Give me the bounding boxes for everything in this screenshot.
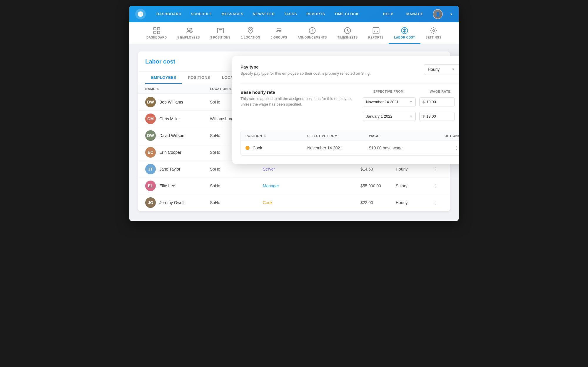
pay-type-section: Pay type Specify pay type for this emplo… [240,64,459,76]
main-content: Labor cost 🔍 ⋮ EMPLOYEES POSITIONS LOCAT… [129,44,459,221]
name-bob: Bob Williams [159,100,183,104]
employee-name-ellie: EL Ellie Lee [145,181,210,191]
icon-nav-dashboard-label: DASHBOARD [146,36,167,39]
avatar-david: DW [145,130,156,141]
icon-nav-positions-label: 3 POSITIONS [211,36,230,39]
svg-point-9 [250,29,251,31]
location-sort-icon[interactable]: ⇅ [229,87,232,91]
pos-sort-icon[interactable]: ⇅ [263,134,266,137]
dollar-sign-2: $ [422,114,425,119]
svg-point-10 [277,29,279,31]
paytype-jeremy: Hourly [396,200,431,205]
row-more-jane[interactable]: ⋮ [431,165,439,173]
panel-position-wage: $10.00 base wage [369,146,431,150]
pos-col-position: POSITION ⇅ [245,134,307,138]
nav-newsfeed[interactable]: NEWSFEED [248,6,279,22]
svg-rect-1 [157,28,160,30]
avatar-bob: BW [145,97,156,107]
pos-col-options: OPTIONS [431,134,459,138]
date-caret-2: ▼ [410,115,412,118]
icon-nav-groups[interactable]: 0 GROUPS [265,22,293,44]
icon-nav-location-label: 1 LOCATION [241,36,260,39]
wage-rate-label: WAGE RATE [430,90,459,93]
pos-col-wage: WAGE [369,134,431,138]
icon-nav-settings[interactable]: SETTINGS [420,22,447,44]
base-rate-title: Base hourly rate [240,90,363,95]
nav-timeclock[interactable]: TIME CLOCK [330,6,364,22]
wage-input-2[interactable]: $ 13.00 [419,112,455,121]
base-rate-info: Base hourly rate This rate is applied to… [240,90,363,107]
icon-nav-timesheets[interactable]: TIMESHEETS [332,22,363,44]
pay-type-title: Pay type [240,64,371,69]
icon-nav-dashboard[interactable]: DASHBOARD [141,22,172,44]
icon-nav-laborcost-label: LABOR COST [394,36,415,39]
icon-nav-positions[interactable]: 3 POSITIONS [205,22,236,44]
tab-employees[interactable]: EMPLOYEES [145,72,182,84]
date-select-2[interactable]: January 1 2022 ▼ [363,112,416,121]
nav-dashboard[interactable]: DASHBOARD [152,6,186,22]
name-david: David Willson [159,133,184,138]
tab-positions[interactable]: POSITIONS [182,72,216,84]
wage-input-1[interactable]: $ 10.00 [419,97,455,106]
svg-point-11 [279,29,281,31]
position-ellie: Manager [263,184,360,188]
employee-detail-panel: Pay type Specify pay type for this emplo… [232,56,459,164]
date-caret-1: ▼ [410,100,412,104]
icon-nav-reports[interactable]: REPORTS [363,22,389,44]
icon-nav-employees-label: 5 EMPLOYEES [178,36,200,39]
position-dot [245,146,250,150]
row-more-ellie[interactable]: ⋮ [431,182,439,190]
icon-nav-reports-label: REPORTS [368,36,384,39]
icon-nav-employees[interactable]: 5 EMPLOYEES [172,22,205,44]
nav-reports[interactable]: REPORTS [302,6,330,22]
wage-jane: $14.50 [360,167,396,171]
icon-navigation: DASHBOARD 5 EMPLOYEES 3 POSITIONS [129,22,459,44]
name-erin: Erin Cooper [159,150,181,155]
pay-type-description: Specify pay type for this employee so th… [240,71,371,76]
pay-type-top-row: Pay type Specify pay type for this emplo… [240,64,459,76]
nav-tasks[interactable]: TASKS [279,6,302,22]
wage-value-1: 10.00 [426,100,436,104]
rate-columns-area: EFFECTIVE FROM WAGE RATE November 14 202… [363,90,459,124]
icon-nav-announcements-label: ANNOUNCEMENTS [298,36,327,39]
user-avatar[interactable]: 👤 [433,9,443,19]
nav-manage[interactable]: MANAGE [403,6,427,22]
top-navigation: DASHBOARD SCHEDULE MESSAGES NEWSFEED TAS… [129,6,459,22]
svg-rect-6 [217,28,223,33]
icon-nav-laborcost[interactable]: LABOR COST [389,22,420,44]
date-select-1[interactable]: November 14 2021 ▼ [363,97,416,106]
nav-schedule[interactable]: SCHEDULE [186,6,217,22]
employee-name-chris: CM Chris Miller [145,114,210,124]
wage-ellie: $55,000.00 [360,184,396,188]
paytype-ellie: Salary [396,184,431,188]
pay-type-dropdown[interactable]: Hourly ▼ [424,64,459,74]
employee-name-jane: JT Jane Taylor [145,164,210,174]
nav-messages[interactable]: MESSAGES [217,6,248,22]
nav-right: HELP MANAGE 👤 ▼ [380,6,453,22]
icon-nav-location[interactable]: 1 LOCATION [236,22,265,44]
panel-position-table-header: POSITION ⇅ EFFECTIVE FROM WAGE OPTIONS [241,131,459,141]
location-ellie: SoHo [210,184,263,188]
avatar-image: 👤 [433,10,442,19]
wage-value-2: 13.00 [426,114,436,119]
panel-position-effective: November 14 2021 [307,146,369,150]
avatar-jeremy: JO [145,197,156,208]
svg-rect-2 [153,31,156,34]
pos-name-label: Cook [253,146,262,150]
svg-rect-0 [153,28,156,30]
dollar-sign-1: $ [422,100,425,104]
row-more-jeremy[interactable]: ⋮ [431,198,439,207]
pay-type-info: Pay type Specify pay type for this emplo… [240,64,371,76]
pay-type-value: Hourly [428,67,440,72]
panel-pos-more-button[interactable]: ⋮ [453,144,459,151]
svg-point-14 [312,32,312,32]
icon-nav-announcements[interactable]: ANNOUNCEMENTS [292,22,332,44]
name-sort-icon[interactable]: ⇅ [156,87,159,91]
rate-row-more-1[interactable]: ⋮ [458,98,459,105]
user-menu-arrow[interactable]: ▼ [450,13,453,16]
employee-name-jeremy: JO Jeremy Owell [145,197,210,208]
nav-help[interactable]: HELP [380,6,397,22]
rate-row-more-2[interactable]: ⋮ [458,113,459,120]
pay-type-dropdown-caret: ▼ [451,67,455,71]
date-value-1: November 14 2021 [366,100,399,104]
